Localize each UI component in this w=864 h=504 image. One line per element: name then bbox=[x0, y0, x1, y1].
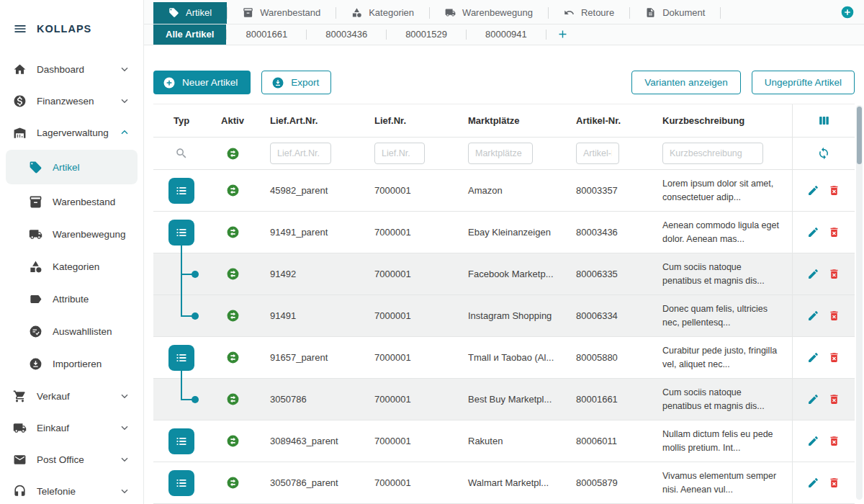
sidebar-item-attribute[interactable]: Attribute bbox=[0, 283, 143, 315]
active-status-icon[interactable] bbox=[226, 392, 240, 406]
delete-icon[interactable] bbox=[828, 477, 840, 489]
active-status-icon[interactable] bbox=[226, 351, 240, 364]
active-cell bbox=[210, 309, 256, 323]
edit-icon[interactable] bbox=[807, 226, 819, 238]
undo-icon bbox=[564, 7, 575, 18]
export-button[interactable]: Export bbox=[261, 71, 331, 94]
active-toggle-icon[interactable] bbox=[226, 147, 240, 161]
column-settings-icon[interactable] bbox=[792, 104, 855, 137]
home-icon bbox=[13, 63, 27, 76]
sidebar-item-kategorien[interactable]: Kategorien bbox=[0, 251, 143, 283]
refresh-icon[interactable] bbox=[792, 138, 855, 169]
sidebar-item-artikel[interactable]: Artikel bbox=[6, 150, 138, 184]
kurzbeschreibung-filter-input[interactable] bbox=[662, 143, 763, 164]
sidebar-item-lagerverwaltung[interactable]: Lagerverwaltung bbox=[0, 117, 143, 148]
table-row[interactable]: 45982_parent7000001Amazon80003357Lorem i… bbox=[153, 170, 855, 212]
tag-icon bbox=[168, 7, 179, 18]
lief-art-nr-filter-input[interactable] bbox=[270, 143, 331, 164]
column-header-kurzbeschreibung[interactable]: Kurzbeschreibung bbox=[648, 115, 792, 126]
expand-variants-button[interactable] bbox=[168, 345, 194, 371]
edit-icon[interactable] bbox=[807, 310, 819, 322]
sidebar-item-importieren[interactable]: Importieren bbox=[0, 348, 143, 380]
vertical-scrollbar[interactable] bbox=[856, 105, 863, 500]
active-status-icon[interactable] bbox=[226, 267, 240, 281]
sidebar-item-warenbestand[interactable]: Warenbestand bbox=[0, 186, 143, 218]
column-header-aktiv[interactable]: Aktiv bbox=[210, 115, 256, 126]
main-area: ArtikelWarenbestandKategorienWarenbewegu… bbox=[144, 0, 864, 504]
delete-icon[interactable] bbox=[828, 226, 840, 238]
delete-icon[interactable] bbox=[828, 435, 840, 447]
artikel-nr-filter-input[interactable] bbox=[576, 143, 619, 164]
article-tab-80001661[interactable]: 80001661 bbox=[227, 24, 306, 45]
sidebar: KOLLAPS DashboardFinanzwesenLagerverwalt… bbox=[0, 0, 144, 504]
active-status-icon[interactable] bbox=[226, 184, 240, 197]
article-tab-80000941[interactable]: 80000941 bbox=[467, 24, 546, 45]
edit-icon[interactable] bbox=[807, 477, 819, 489]
new-article-button[interactable]: Neuer Artikel bbox=[153, 71, 251, 94]
add-workspace-tab-button[interactable] bbox=[840, 5, 855, 19]
delete-icon[interactable] bbox=[828, 184, 840, 197]
article-tab-80001529[interactable]: 80001529 bbox=[387, 24, 466, 45]
scrollbar-thumb[interactable] bbox=[857, 107, 862, 164]
unchecked-articles-button[interactable]: Ungeprüfte Artikel bbox=[752, 71, 855, 94]
sidebar-item-label: Artikel bbox=[53, 162, 125, 173]
edit-icon[interactable] bbox=[807, 351, 819, 364]
table-row[interactable]: 914917000001Instagram Shopping80006334Do… bbox=[153, 295, 855, 337]
column-header-typ[interactable]: Typ bbox=[153, 115, 210, 126]
tab-dokument[interactable]: Dokument bbox=[630, 2, 720, 24]
active-status-icon[interactable] bbox=[226, 476, 240, 490]
sidebar-item-einkauf[interactable]: Einkauf bbox=[0, 412, 143, 444]
table-row[interactable]: 914927000001Facebook Marketp...80006335C… bbox=[153, 253, 855, 295]
tab-kategorien[interactable]: Kategorien bbox=[336, 2, 429, 24]
delete-icon[interactable] bbox=[828, 393, 840, 405]
lief-nr-cell: 7000001 bbox=[360, 227, 454, 238]
delete-icon[interactable] bbox=[828, 351, 840, 364]
article-tab-alle-artikel[interactable]: Alle Artikel bbox=[153, 24, 226, 45]
active-status-icon[interactable] bbox=[226, 309, 240, 323]
sidebar-item-verkauf[interactable]: Verkauf bbox=[0, 380, 143, 412]
delete-icon[interactable] bbox=[828, 310, 840, 322]
column-header-marktplaetze[interactable]: Marktplätze bbox=[454, 115, 562, 126]
chevron-up-icon bbox=[119, 127, 130, 138]
table-row[interactable]: 3050786_parent7000001Walmart Marketpl...… bbox=[153, 462, 855, 504]
lief-nr-cell: 7000001 bbox=[360, 269, 454, 279]
expand-variants-button[interactable] bbox=[168, 220, 194, 246]
search-icon[interactable] bbox=[175, 147, 188, 160]
tab-retoure[interactable]: Retoure bbox=[549, 2, 629, 24]
edit-icon[interactable] bbox=[807, 435, 819, 447]
active-status-icon[interactable] bbox=[226, 434, 240, 448]
table-row[interactable]: 3089463_parent7000001Rakuten80006011Null… bbox=[153, 420, 855, 462]
sidebar-item-telefonie[interactable]: Telefonie bbox=[0, 475, 143, 504]
table-row[interactable]: 91657_parent7000001Tmall и Taobao (Al...… bbox=[153, 337, 855, 379]
active-status-icon[interactable] bbox=[226, 225, 240, 239]
add-article-tab-button[interactable] bbox=[557, 24, 569, 45]
sidebar-item-warenbewegung[interactable]: Warenbewegung bbox=[0, 218, 143, 251]
expand-variants-button[interactable] bbox=[168, 428, 194, 454]
hamburger-menu-icon[interactable] bbox=[13, 22, 27, 36]
expand-variants-button[interactable] bbox=[168, 470, 194, 496]
marktplaetze-filter-input[interactable] bbox=[468, 143, 533, 164]
expand-variants-button[interactable] bbox=[168, 178, 194, 204]
sidebar-item-label: Auswahllisten bbox=[53, 326, 130, 337]
table-row[interactable]: 30507867000001Best Buy Marketpl...800016… bbox=[153, 379, 855, 420]
delete-icon[interactable] bbox=[828, 268, 840, 280]
marktplaetze-cell: Facebook Marketp... bbox=[454, 269, 562, 279]
column-header-artikel-nr[interactable]: Artikel-Nr. bbox=[562, 115, 648, 126]
sidebar-item-post-office[interactable]: Post Office bbox=[0, 444, 143, 475]
lief-nr-filter-input[interactable] bbox=[374, 143, 425, 164]
show-variants-button[interactable]: Varianten anzeigen bbox=[631, 71, 740, 94]
edit-icon[interactable] bbox=[807, 268, 819, 280]
tab-warenbewegung[interactable]: Warenbewegung bbox=[430, 2, 548, 24]
column-header-lief-art-nr[interactable]: Lief.Art.Nr. bbox=[256, 115, 360, 126]
tab-artikel[interactable]: Artikel bbox=[153, 2, 227, 24]
article-tab-80003436[interactable]: 80003436 bbox=[307, 24, 386, 45]
sidebar-item-finanzwesen[interactable]: Finanzwesen bbox=[0, 85, 143, 117]
sidebar-item-auswahllisten[interactable]: Auswahllisten bbox=[0, 315, 143, 348]
sidebar-item-dashboard[interactable]: Dashboard bbox=[0, 53, 143, 85]
edit-icon[interactable] bbox=[807, 393, 819, 405]
tab-warenbestand[interactable]: Warenbestand bbox=[228, 2, 336, 24]
column-header-lief-nr[interactable]: Lief.Nr. bbox=[360, 115, 454, 126]
edit-icon[interactable] bbox=[807, 184, 819, 197]
marktplaetze-cell: Best Buy Marketpl... bbox=[454, 394, 562, 405]
table-row[interactable]: 91491_parent7000001Ebay Kleinanzeigen800… bbox=[153, 212, 855, 253]
